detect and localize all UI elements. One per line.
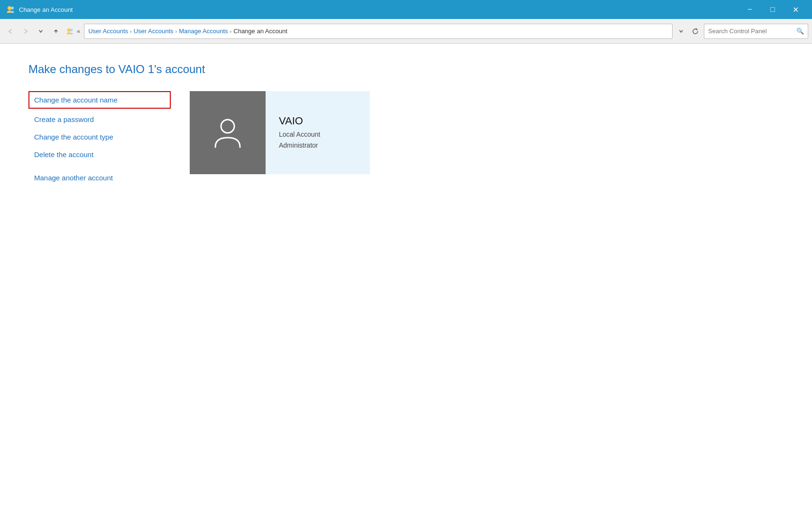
forward-icon: [23, 28, 28, 34]
window-icon: [6, 5, 15, 14]
account-info: VAIO Local Account Administrator: [266, 103, 333, 162]
breadcrumb-separator-prefix: «: [77, 28, 80, 35]
breadcrumb-dropdown-icon: [679, 29, 683, 34]
up-icon: [53, 28, 59, 34]
maximize-button[interactable]: □: [762, 2, 784, 17]
breadcrumb-manage-accounts[interactable]: Manage Accounts: [179, 28, 228, 35]
breadcrumb-current: Change an Account: [233, 28, 287, 35]
account-avatar-background: [190, 91, 266, 174]
dropdown-arrow-icon: [38, 29, 43, 34]
back-icon: [8, 28, 13, 34]
breadcrumb-user-accounts-2[interactable]: User Accounts: [134, 28, 174, 35]
breadcrumb-sep-3: ›: [230, 28, 232, 34]
content-layout: Change the account name Create a passwor…: [28, 91, 784, 187]
main-content: Make changes to VAIO 1's account Change …: [0, 44, 812, 206]
account-type-line1: Local Account: [279, 131, 320, 138]
manage-another-account-link[interactable]: Manage another account: [28, 169, 171, 187]
breadcrumb-sep-2: ›: [175, 28, 177, 34]
close-button[interactable]: ✕: [784, 2, 806, 17]
address-bar: « User Accounts › User Accounts › Manage…: [0, 19, 812, 44]
change-account-name-link[interactable]: Change the account name: [28, 91, 171, 109]
svg-point-0: [8, 6, 11, 10]
breadcrumb-user-accounts-1[interactable]: User Accounts: [88, 28, 128, 35]
window-title: Change an Account: [19, 6, 73, 13]
breadcrumb-bar: User Accounts › User Accounts › Manage A…: [84, 24, 673, 39]
refresh-icon: [692, 28, 699, 35]
page-heading: Make changes to VAIO 1's account: [28, 63, 784, 76]
svg-point-2: [67, 28, 71, 31]
account-type-line2: Administrator: [279, 141, 318, 149]
minimize-button[interactable]: −: [739, 2, 761, 17]
breadcrumb-icon: [65, 27, 74, 36]
account-type: Local Account Administrator: [279, 129, 320, 150]
refresh-button[interactable]: [689, 25, 702, 38]
account-name: VAIO: [279, 115, 320, 127]
svg-point-1: [11, 7, 14, 9]
svg-point-4: [221, 120, 234, 133]
create-password-link[interactable]: Create a password: [28, 111, 171, 128]
up-button[interactable]: [49, 25, 63, 38]
change-account-type-link[interactable]: Change the account type: [28, 128, 171, 146]
title-bar: Change an Account − □ ✕: [0, 0, 812, 19]
search-box: 🔍: [704, 24, 808, 39]
breadcrumb-dropdown-button[interactable]: [675, 25, 687, 38]
dropdown-button[interactable]: [34, 25, 47, 38]
window-controls: − □ ✕: [739, 2, 806, 17]
link-spacer: [28, 163, 171, 169]
search-icon: 🔍: [796, 28, 804, 35]
back-button[interactable]: [4, 25, 17, 38]
account-avatar-icon: [209, 114, 247, 152]
breadcrumb-sep-1: ›: [130, 28, 132, 34]
account-card: VAIO Local Account Administrator: [190, 91, 370, 174]
search-input[interactable]: [708, 28, 794, 35]
links-section: Change the account name Create a passwor…: [28, 91, 171, 187]
delete-account-link[interactable]: Delete the account: [28, 146, 171, 163]
forward-button[interactable]: [19, 25, 32, 38]
svg-point-3: [70, 28, 73, 31]
